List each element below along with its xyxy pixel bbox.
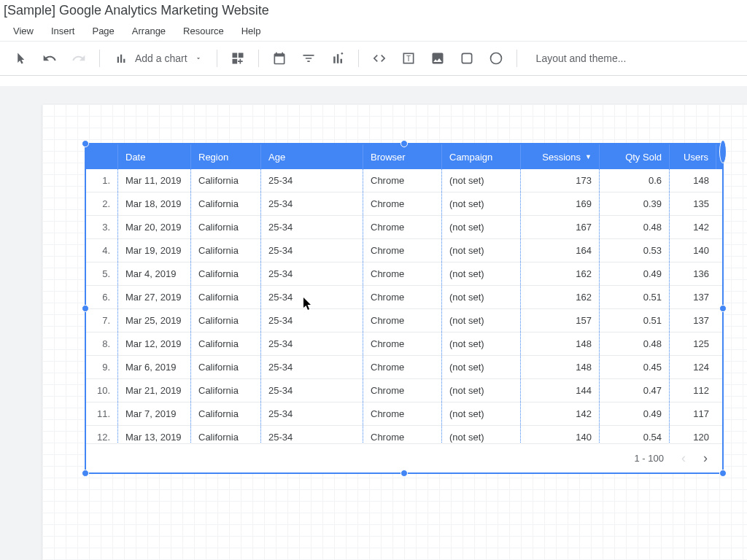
table-row[interactable]: 5.Mar 4, 2019California25-34Chrome(not s… (86, 262, 722, 286)
undo-icon[interactable] (36, 45, 63, 71)
col-browser[interactable]: Browser (363, 144, 442, 169)
cell-browser: Chrome (363, 426, 442, 443)
col-age[interactable]: Age (261, 144, 363, 169)
cell-sessions: 157 (521, 309, 600, 332)
selected-table-component[interactable]: Date Region Age Browser Campaign Session… (85, 143, 724, 474)
menu-insert[interactable]: Insert (42, 23, 84, 39)
table-row[interactable]: 12.Mar 13, 2019California25-34Chrome(not… (86, 426, 722, 443)
cell-users: 136 (670, 262, 716, 285)
table-row[interactable]: 8.Mar 12, 2019California25-34Chrome(not … (86, 332, 722, 356)
cell-campaign: (not set) (442, 379, 521, 402)
cell-users: 135 (670, 192, 716, 215)
image-icon[interactable] (425, 45, 451, 71)
cell-region: California (191, 332, 261, 355)
menu-help[interactable]: Help (233, 23, 270, 39)
table-row[interactable]: 9.Mar 6, 2019California25-34Chrome(not s… (86, 356, 722, 379)
cell-users: 125 (670, 332, 716, 355)
menu-resource[interactable]: Resource (174, 23, 233, 39)
document-title[interactable]: [Sample] Google Analytics Marketing Webs… (0, 0, 747, 20)
circle-icon[interactable] (483, 45, 509, 71)
col-sessions[interactable]: Sessions▼ (521, 144, 600, 169)
menu-view[interactable]: View (4, 23, 42, 39)
resize-handle-mr[interactable] (719, 305, 727, 312)
cell-age: 25-34 (261, 426, 363, 443)
table-row[interactable]: 3.Mar 20, 2019California25-34Chrome(not … (86, 216, 722, 239)
cell-age: 25-34 (261, 402, 363, 425)
layout-theme-button[interactable]: Layout and theme... (525, 52, 638, 64)
toolbar: Add a chart T Layout and theme... (0, 41, 747, 76)
canvas[interactable]: Date Region Age Browser Campaign Session… (0, 86, 747, 560)
cell-sessions: 169 (521, 192, 600, 215)
cell-index: 3. (86, 216, 118, 238)
table-row[interactable]: 4.Mar 19, 2019California25-34Chrome(not … (86, 239, 722, 262)
add-control-icon[interactable] (225, 45, 251, 71)
cell-age: 25-34 (261, 309, 363, 332)
data-control-icon[interactable] (325, 45, 351, 71)
cell-date: Mar 7, 2019 (118, 402, 191, 425)
cell-sessions: 173 (521, 169, 600, 192)
report-page[interactable]: Date Region Age Browser Campaign Session… (42, 104, 747, 560)
menu-page[interactable]: Page (83, 23, 123, 39)
cell-campaign: (not set) (442, 192, 521, 215)
cell-age: 25-34 (261, 169, 363, 192)
resize-handle-bm[interactable] (400, 470, 408, 477)
cell-region: California (191, 356, 261, 378)
add-chart-button[interactable]: Add a chart (107, 52, 209, 65)
bar-chart-icon (115, 52, 128, 65)
table-footer: 1 - 100 ‹ › (86, 443, 722, 472)
cell-date: Mar 21, 2019 (118, 379, 191, 402)
cell-campaign: (not set) (442, 402, 521, 425)
cell-region: California (191, 426, 261, 443)
table-row[interactable]: 10.Mar 21, 2019California25-34Chrome(not… (86, 379, 722, 402)
svg-point-6 (490, 53, 501, 64)
col-users[interactable]: Users (670, 144, 716, 169)
menu-arrange[interactable]: Arrange (123, 23, 174, 39)
cell-campaign: (not set) (442, 356, 521, 378)
table-header-row: Date Region Age Browser Campaign Session… (86, 144, 722, 169)
col-date[interactable]: Date (118, 144, 191, 169)
cell-region: California (191, 239, 261, 262)
cell-date: Mar 19, 2019 (118, 239, 191, 262)
rectangle-icon[interactable] (454, 45, 480, 71)
resize-handle-tr[interactable] (719, 140, 727, 163)
col-index[interactable] (86, 144, 118, 169)
cell-age: 25-34 (261, 286, 363, 308)
date-range-icon[interactable] (266, 45, 293, 71)
table-row[interactable]: 1.Mar 11, 2019California25-34Chrome(not … (86, 169, 722, 192)
cell-browser: Chrome (363, 239, 442, 262)
prev-page-icon[interactable]: ‹ (681, 451, 686, 466)
redo-icon[interactable] (66, 45, 92, 71)
svg-rect-0 (232, 53, 237, 58)
next-page-icon[interactable]: › (703, 451, 708, 466)
cell-browser: Chrome (363, 286, 442, 308)
cell-campaign: (not set) (442, 239, 521, 262)
cell-users: 117 (670, 402, 716, 425)
cell-date: Mar 18, 2019 (118, 192, 191, 215)
cell-index: 9. (86, 356, 118, 378)
svg-text:T: T (406, 55, 411, 63)
selection-tool-icon[interactable] (7, 45, 34, 71)
table-row[interactable]: 2.Mar 18, 2019California25-34Chrome(not … (86, 192, 722, 216)
sort-desc-icon: ▼ (585, 153, 592, 160)
cell-sessions: 162 (521, 286, 600, 308)
url-embed-icon[interactable] (366, 45, 392, 71)
table-row[interactable]: 7.Mar 25, 2019California25-34Chrome(not … (86, 309, 722, 332)
cell-age: 25-34 (261, 262, 363, 285)
cell-region: California (191, 379, 261, 402)
resize-handle-br[interactable] (719, 470, 727, 477)
cell-qty: 0.45 (600, 356, 670, 378)
cell-index: 1. (86, 169, 118, 192)
col-region[interactable]: Region (191, 144, 261, 169)
col-campaign[interactable]: Campaign (442, 144, 521, 169)
table-row[interactable]: 6.Mar 27, 2019California25-34Chrome(not … (86, 286, 722, 309)
filter-icon[interactable] (295, 45, 322, 71)
table-row[interactable]: 11.Mar 7, 2019California25-34Chrome(not … (86, 402, 722, 426)
cell-browser: Chrome (363, 402, 442, 425)
cell-qty: 0.47 (600, 379, 670, 402)
table-body: 1.Mar 11, 2019California25-34Chrome(not … (86, 169, 722, 443)
resize-handle-bl[interactable] (82, 470, 89, 477)
col-qty[interactable]: Qty Sold (600, 144, 670, 169)
cell-region: California (191, 216, 261, 238)
cell-browser: Chrome (363, 309, 442, 332)
text-icon[interactable]: T (395, 45, 422, 71)
